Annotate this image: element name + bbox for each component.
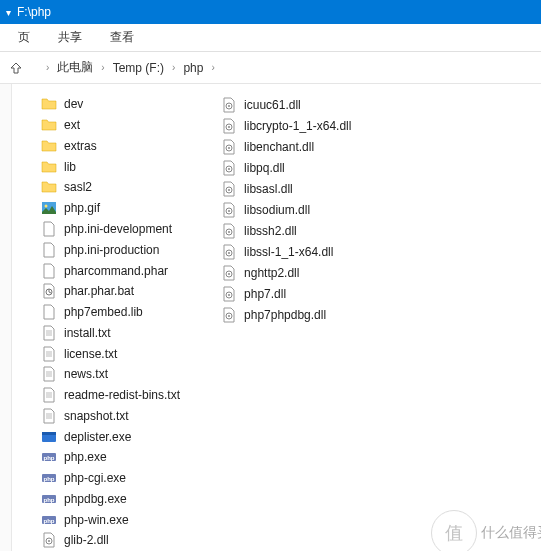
crumb-folder[interactable]: php — [183, 61, 203, 75]
file-name: snapshot.txt — [64, 409, 129, 423]
list-item[interactable]: deplister.exe — [40, 426, 180, 447]
file-name: libenchant.dll — [244, 140, 314, 154]
list-item[interactable]: lib — [40, 156, 180, 177]
file-name: libssl-1_1-x64.dll — [244, 245, 333, 259]
tab-home[interactable]: 页 — [4, 24, 44, 51]
svg-point-26 — [228, 210, 230, 212]
list-item[interactable]: php7.dll — [220, 283, 351, 304]
list-item[interactable]: pharcommand.phar — [40, 260, 180, 281]
svg-point-14 — [48, 540, 50, 542]
dll-icon — [220, 243, 238, 261]
file-name: libsasl.dll — [244, 182, 293, 196]
file-name: dev — [64, 97, 83, 111]
file-name: php.ini-development — [64, 222, 172, 236]
list-item[interactable]: libpq.dll — [220, 157, 351, 178]
list-item[interactable]: phpphp.exe — [40, 447, 180, 468]
file-name: sasl2 — [64, 180, 92, 194]
list-item[interactable]: phpphp-win.exe — [40, 509, 180, 530]
svg-point-32 — [228, 273, 230, 275]
watermark-icon: 值 — [431, 510, 477, 551]
dll-icon — [220, 285, 238, 303]
list-item[interactable]: libssh2.dll — [220, 220, 351, 241]
list-item[interactable]: sasl2 — [40, 177, 180, 198]
svg-point-1 — [45, 205, 48, 208]
file-name: libcrypto-1_1-x64.dll — [244, 119, 351, 133]
file-name: php.ini-production — [64, 243, 159, 257]
dll-icon — [220, 306, 238, 324]
list-item[interactable]: libsasl.dll — [220, 178, 351, 199]
list-item[interactable]: snapshot.txt — [40, 405, 180, 426]
list-item[interactable]: install.txt — [40, 322, 180, 343]
list-item[interactable]: libssl-1_1-x64.dll — [220, 241, 351, 262]
watermark-text: 什么值得买 — [481, 524, 541, 542]
svg-point-34 — [228, 294, 230, 296]
file-name: php.gif — [64, 201, 100, 215]
chevron-right-icon[interactable]: › — [46, 62, 49, 73]
dll-icon — [220, 96, 238, 114]
file-name: license.txt — [64, 347, 117, 361]
chevron-right-icon[interactable]: › — [101, 62, 104, 73]
watermark: 值 什么值得买 — [431, 510, 541, 551]
list-item[interactable]: dev — [40, 94, 180, 115]
list-item[interactable]: php.ini-production — [40, 239, 180, 260]
list-item[interactable]: news.txt — [40, 364, 180, 385]
list-item[interactable]: phar.phar.bat — [40, 281, 180, 302]
breadcrumb: › 此电脑 › Temp (F:) › php › — [38, 59, 223, 76]
list-item[interactable]: php.gif — [40, 198, 180, 219]
file-name: news.txt — [64, 367, 108, 381]
svg-rect-4 — [42, 432, 56, 435]
file-name: php-win.exe — [64, 513, 129, 527]
list-item[interactable]: icuuc61.dll — [220, 94, 351, 115]
txt-icon — [40, 324, 58, 342]
chevron-right-icon[interactable]: › — [172, 62, 175, 73]
list-item[interactable]: extras — [40, 136, 180, 157]
ribbon-tabs: 页 共享 查看 — [0, 24, 541, 52]
php-icon: php — [40, 490, 58, 508]
dll-icon — [40, 531, 58, 549]
list-item[interactable]: phpphpdbg.exe — [40, 489, 180, 510]
svg-text:php: php — [44, 476, 55, 482]
file-name: libpq.dll — [244, 161, 285, 175]
svg-text:php: php — [44, 496, 55, 502]
crumb-pc[interactable]: 此电脑 — [57, 59, 93, 76]
svg-text:php: php — [44, 455, 55, 461]
address-bar[interactable]: › 此电脑 › Temp (F:) › php › — [0, 52, 541, 84]
folder-icon — [40, 116, 58, 134]
file-icon — [40, 262, 58, 280]
dll-icon — [220, 138, 238, 156]
list-item[interactable]: libenchant.dll — [220, 136, 351, 157]
dropdown-icon[interactable]: ▾ — [6, 7, 11, 18]
chevron-right-icon[interactable]: › — [211, 62, 214, 73]
file-name: glib-2.dll — [64, 533, 109, 547]
list-item[interactable]: php.ini-development — [40, 219, 180, 240]
exe-icon — [40, 428, 58, 446]
svg-point-24 — [228, 189, 230, 191]
folder-icon — [40, 137, 58, 155]
crumb-drive[interactable]: Temp (F:) — [113, 61, 164, 75]
php-icon: php — [40, 511, 58, 529]
bat-icon — [40, 282, 58, 300]
list-item[interactable]: glib-2.dll — [40, 530, 180, 551]
list-item[interactable]: libsodium.dll — [220, 199, 351, 220]
list-item[interactable]: readme-redist-bins.txt — [40, 385, 180, 406]
list-item[interactable]: libcrypto-1_1-x64.dll — [220, 115, 351, 136]
txt-icon — [40, 407, 58, 425]
list-item[interactable]: nghttp2.dll — [220, 262, 351, 283]
dll-icon — [220, 264, 238, 282]
ini-icon — [40, 220, 58, 238]
list-item[interactable]: ext — [40, 115, 180, 136]
list-item[interactable]: php7embed.lib — [40, 302, 180, 323]
tab-view[interactable]: 查看 — [96, 24, 148, 51]
tab-share[interactable]: 共享 — [44, 24, 96, 51]
list-item[interactable]: license.txt — [40, 343, 180, 364]
gif-icon — [40, 199, 58, 217]
file-name: php7phpdbg.dll — [244, 308, 326, 322]
dll-icon — [220, 222, 238, 240]
list-item[interactable]: php7phpdbg.dll — [220, 304, 351, 325]
svg-point-28 — [228, 231, 230, 233]
list-item[interactable]: phpphp-cgi.exe — [40, 468, 180, 489]
up-icon[interactable] — [8, 60, 24, 76]
file-list[interactable]: devextextraslibsasl2php.gifphp.ini-devel… — [12, 84, 541, 551]
content-pane: devextextraslibsasl2php.gifphp.ini-devel… — [0, 84, 541, 551]
file-name: deplister.exe — [64, 430, 131, 444]
